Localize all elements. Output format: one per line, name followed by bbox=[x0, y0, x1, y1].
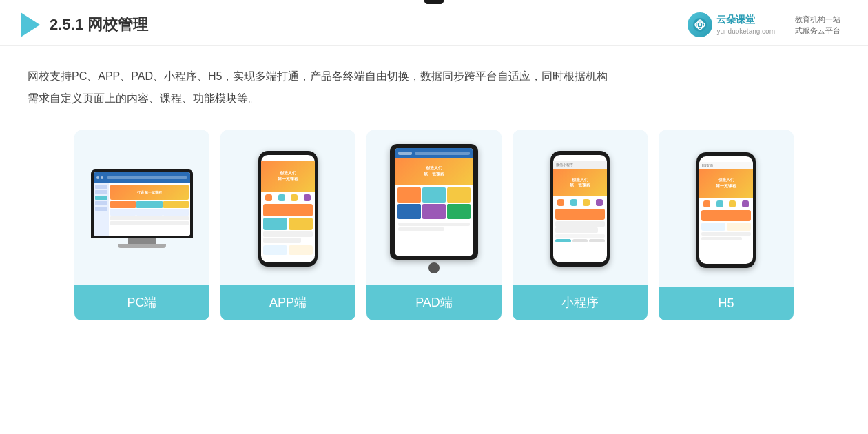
mini-phone-mockup: 微信小程序 创造人们第一览课程 bbox=[549, 151, 611, 267]
card-pc: 打通 第一览课程 bbox=[74, 130, 209, 320]
brand-text: 云朵课堂 yunduoketang.com bbox=[716, 13, 775, 37]
card-pad-image: 创造人们第一览课程 bbox=[366, 130, 502, 285]
card-mini-image: 微信小程序 创造人们第一览课程 bbox=[513, 130, 648, 285]
header: 2.5.1 网校管理 云朵课堂 yunduoketang.com 教育机构一站 … bbox=[0, 0, 868, 46]
card-pad-label: PAD端 bbox=[366, 285, 502, 320]
brand-slogan: 教育机构一站 式服务云平台 bbox=[795, 14, 840, 37]
logo-triangle-icon bbox=[21, 12, 40, 37]
app-phone-mockup: 创造人们第一览课程 bbox=[257, 151, 319, 267]
card-h5-label: H5 bbox=[659, 287, 794, 320]
brand-area: 云朵课堂 yunduoketang.com 教育机构一站 式服务云平台 bbox=[688, 12, 840, 37]
card-app: 创造人们第一览课程 bbox=[220, 130, 355, 320]
svg-point-3 bbox=[699, 23, 701, 26]
card-app-image: 创造人们第一览课程 bbox=[220, 130, 355, 285]
header-left: 2.5.1 网校管理 bbox=[21, 12, 148, 37]
card-app-label: APP端 bbox=[220, 285, 355, 320]
description-line1: 网校支持PC、APP、PAD、小程序、H5，实现多端打通，产品各终端自由切换，数… bbox=[28, 65, 840, 87]
pc-mockup: 打通 第一览课程 bbox=[90, 169, 194, 248]
cards-container: 打通 第一览课程 bbox=[0, 116, 868, 341]
card-mini-label: 小程序 bbox=[513, 285, 648, 320]
card-pad: 创造人们第一览课程 bbox=[366, 130, 502, 320]
card-h5: H5页面 创造人们第一览课程 bbox=[659, 130, 794, 320]
description-line2: 需求自定义页面上的内容、课程、功能模块等。 bbox=[28, 87, 840, 110]
card-pc-image: 打通 第一览课程 bbox=[74, 130, 209, 285]
card-mini: 微信小程序 创造人们第一览课程 bbox=[513, 130, 648, 320]
brand-logo: 云朵课堂 yunduoketang.com bbox=[688, 12, 775, 37]
description-section: 网校支持PC、APP、PAD、小程序、H5，实现多端打通，产品各终端自由切换，数… bbox=[0, 46, 868, 116]
pad-mockup: 创造人们第一览课程 bbox=[389, 144, 479, 273]
card-pc-label: PC端 bbox=[74, 285, 209, 320]
card-h5-image: H5页面 创造人们第一览课程 bbox=[659, 130, 794, 287]
brand-divider bbox=[785, 14, 785, 35]
page-title: 2.5.1 网校管理 bbox=[50, 14, 148, 35]
h5-phone-mockup: H5页面 创造人们第一览课程 bbox=[695, 152, 757, 268]
brand-icon bbox=[688, 12, 712, 37]
